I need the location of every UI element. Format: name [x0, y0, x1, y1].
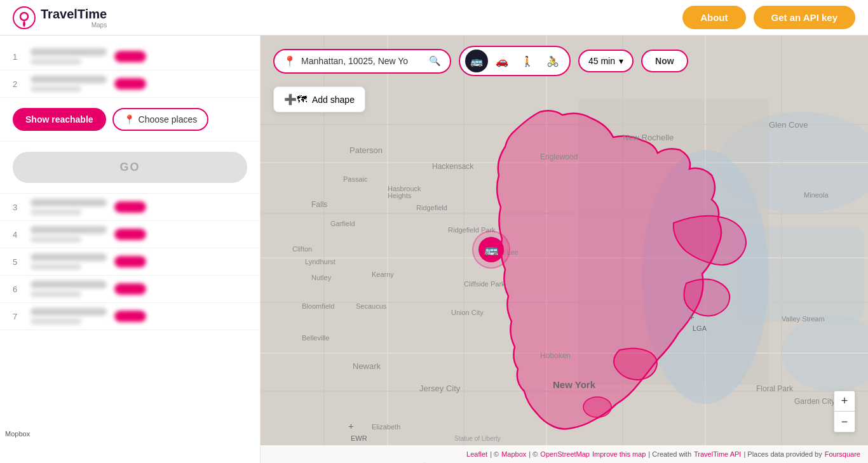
item-number: 2	[13, 79, 23, 89]
logo: TravelTime Maps	[13, 6, 107, 29]
transit-mode-button[interactable]: 🚌	[465, 50, 488, 72]
add-shape-label: Add shape	[312, 95, 355, 105]
item-content	[31, 281, 107, 297]
svg-text:Bloomfield: Bloomfield	[302, 302, 334, 310]
traveltime-api-link[interactable]: TravelTime API	[694, 450, 741, 458]
app-header: TravelTime Maps About Get an API key	[0, 0, 868, 36]
zoom-controls: + −	[834, 391, 855, 433]
sidebar: 1 2 Show reachable 📍 Choose places	[0, 36, 261, 463]
attribution-sep-4: | Places data provided by	[743, 450, 822, 458]
svg-text:Passaic: Passaic	[343, 175, 368, 183]
about-button[interactable]: About	[682, 6, 745, 29]
osm-link[interactable]: OpenStreetMap	[540, 450, 590, 458]
svg-text:Union City: Union City	[451, 309, 484, 316]
svg-text:+: +	[348, 420, 354, 431]
search-location-text: Manhattan, 10025, New Yo	[301, 56, 424, 66]
zoom-in-button[interactable]: +	[834, 391, 855, 412]
item-sub-blurred	[31, 86, 81, 92]
map-center-marker: 🚌	[472, 231, 510, 269]
show-reachable-section: Show reachable 📍 Choose places	[0, 98, 260, 142]
svg-text:Garfield: Garfield	[330, 220, 355, 227]
item-sub-blurred	[31, 58, 81, 65]
item-badge-blurred	[114, 51, 146, 62]
item-content	[31, 226, 107, 243]
item-number: 5	[13, 257, 23, 267]
item-badge-blurred	[114, 201, 146, 213]
location-search-bar[interactable]: 📍 Manhattan, 10025, New Yo 🔍	[273, 49, 451, 74]
item-badge-blurred	[114, 229, 146, 240]
item-number: 1	[13, 52, 23, 62]
map-toolbar: 📍 Manhattan, 10025, New Yo 🔍 🚌 🚗 🚶 🚴 45 …	[273, 46, 855, 76]
mopbox-label: Mopbox	[5, 430, 30, 438]
svg-text:Kearny: Kearny	[372, 271, 394, 278]
go-section: GO	[0, 142, 260, 194]
walk-mode-button[interactable]: 🚶	[516, 50, 539, 72]
add-shape-button[interactable]: ➕🗺 Add shape	[273, 86, 365, 112]
item-name-blurred	[31, 226, 107, 234]
item-name-blurred	[31, 76, 107, 83]
item-badge-blurred	[114, 283, 146, 295]
item-content	[31, 253, 107, 270]
list-item: 3	[0, 194, 260, 221]
svg-text:Clifton: Clifton	[292, 245, 312, 253]
svg-text:Hackensack: Hackensack	[432, 162, 474, 171]
item-badge-blurred	[114, 256, 146, 267]
drive-mode-button[interactable]: 🚗	[491, 50, 513, 72]
svg-text:Secaucus: Secaucus	[356, 302, 387, 310]
go-button[interactable]: GO	[13, 152, 247, 183]
item-sub-blurred	[31, 209, 81, 215]
logo-text-area: TravelTime Maps	[41, 7, 107, 29]
item-number: 6	[13, 285, 23, 294]
item-sub-blurred	[31, 291, 81, 297]
cycle-mode-button[interactable]: 🚴	[541, 50, 564, 72]
item-name-blurred	[31, 308, 107, 316]
svg-text:Floral Park: Floral Park	[756, 384, 794, 393]
marker-outer-ring: 🚌	[472, 231, 510, 269]
svg-text:Valley Stream: Valley Stream	[782, 315, 825, 323]
svg-text:Cliffside Park: Cliffside Park	[464, 280, 505, 288]
time-selector[interactable]: 45 min 15 min 30 min 45 min 60 min 90 mi…	[578, 50, 634, 72]
svg-text:EWR: EWR	[351, 434, 367, 442]
choose-places-label: Choose places	[139, 114, 198, 124]
attribution-sep-2: | ©	[529, 450, 538, 458]
svg-text:Mineola: Mineola	[804, 191, 829, 199]
item-name-blurred	[31, 281, 107, 288]
attribution-sep-3: | Created with	[648, 450, 691, 458]
list-item: 7	[0, 303, 260, 330]
leaflet-link[interactable]: Leaflet	[466, 450, 487, 458]
svg-text:Jersey City: Jersey City	[419, 384, 461, 393]
item-sub-blurred	[31, 264, 81, 270]
item-name-blurred	[31, 48, 107, 56]
main-layout: 1 2 Show reachable 📍 Choose places	[0, 36, 868, 463]
logo-sub: Maps	[41, 22, 107, 29]
search-icon[interactable]: 🔍	[429, 55, 441, 67]
transport-mode-selector: 🚌 🚗 🚶 🚴	[459, 46, 571, 76]
item-content	[31, 308, 107, 325]
item-badge-blurred	[114, 78, 146, 90]
pin-icon: 📍	[124, 114, 135, 124]
list-item: 4	[0, 221, 260, 248]
logo-icon	[13, 6, 36, 29]
svg-text:Heights: Heights	[388, 192, 412, 199]
foursquare-link[interactable]: Foursquare	[825, 450, 860, 458]
choose-places-button[interactable]: 📍 Choose places	[112, 108, 209, 131]
item-sub-blurred	[31, 318, 81, 325]
item-name-blurred	[31, 199, 107, 206]
svg-text:Hoboken: Hoboken	[540, 351, 571, 360]
show-reachable-button[interactable]: Show reachable	[13, 108, 106, 131]
mapbox-link[interactable]: Mapbox	[501, 450, 526, 458]
svg-text:LGA: LGA	[693, 325, 707, 332]
item-name-blurred	[31, 253, 107, 261]
map-container[interactable]: Paterson Falls Clifton Bloomfield Bellev…	[261, 36, 868, 463]
svg-text:Glen Cove: Glen Cove	[769, 120, 808, 130]
marker-inner: 🚌	[478, 237, 504, 262]
svg-point-23	[583, 397, 611, 417]
item-content	[31, 199, 107, 215]
svg-text:Belleville: Belleville	[302, 334, 329, 342]
get-api-key-button[interactable]: Get an API key	[754, 6, 856, 29]
svg-text:Nutley: Nutley	[311, 274, 332, 281]
list-item: 5	[0, 248, 260, 276]
now-button[interactable]: Now	[641, 50, 688, 72]
improve-map-link[interactable]: Improve this map	[592, 450, 646, 458]
zoom-out-button[interactable]: −	[834, 412, 855, 432]
